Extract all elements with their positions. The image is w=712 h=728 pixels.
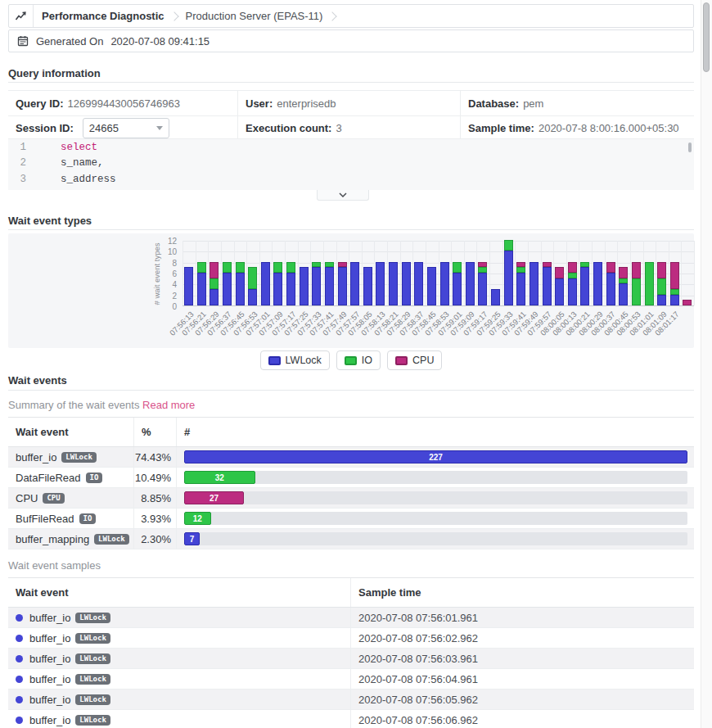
wait-event-name: CPU	[16, 492, 38, 504]
y-tick-label: 4	[172, 280, 177, 289]
bar-segment-cpu	[568, 262, 577, 273]
trend-chart-icon	[9, 5, 34, 27]
bar-segment-io	[568, 273, 577, 278]
legend-swatch-cpu	[395, 356, 408, 365]
sql-line: 3 s_address	[8, 171, 694, 188]
count-bar-value: 12	[193, 514, 202, 523]
wait-event-type-badge: IO	[79, 513, 97, 524]
bar-segment-lwlock	[440, 262, 449, 305]
bar-segment-lwlock	[210, 289, 219, 305]
gridline	[464, 241, 465, 305]
bar-segment-lwlock	[427, 267, 436, 305]
bar-segment-cpu	[657, 262, 666, 278]
gridline	[310, 241, 311, 305]
y-axis-ticks: 024681012	[163, 241, 179, 306]
gridline	[400, 241, 401, 305]
execution-count-value: 3	[336, 122, 341, 134]
bar-segment-io	[210, 278, 219, 289]
samples-header-wait-event: Wait event	[8, 578, 350, 607]
bar-segment-cpu	[683, 300, 692, 305]
stacked-bar	[273, 262, 282, 305]
bar-segment-lwlock	[402, 262, 411, 305]
read-more-link[interactable]: Read more	[142, 399, 195, 411]
sql-code-editor[interactable]: 1 select2 s_name,3 s_address4from	[8, 139, 694, 190]
performance-diagnostic-page: Performance Diagnostic Production Server…	[0, 0, 712, 728]
gridline	[349, 241, 349, 305]
bar-segment-io	[197, 262, 206, 273]
query-info-grid: Query ID: 1269994430056746963 User: ente…	[8, 90, 694, 139]
stacked-bar	[504, 240, 513, 305]
code-scrollbar-thumb[interactable]	[688, 142, 692, 152]
count-bar-track: 27	[184, 491, 687, 504]
wait-event-name: buffer_io	[29, 653, 70, 665]
sample-wait-event-cell: buffer_ioLWLock	[8, 669, 350, 689]
bar-segment-io	[504, 240, 513, 251]
sql-line-number: 4	[8, 189, 36, 190]
summary-percent-cell: 8.85%	[133, 488, 176, 508]
wait-event-type-badge: LWLock	[75, 694, 110, 705]
bar-segment-io	[645, 262, 654, 305]
bar-segment-io	[580, 262, 589, 268]
bar-segment-io	[325, 262, 334, 268]
samples-table-row: buffer_ioLWLock2020-07-08 07:56:05.962	[8, 690, 694, 710]
sample-time-cell: 2020-07-08 07:56:04.961	[350, 669, 694, 689]
stacked-bar	[645, 262, 654, 305]
wait-event-name: buffer_io	[29, 714, 70, 726]
legend-item-lwlock[interactable]: LWLock	[260, 350, 330, 370]
session-id-select[interactable]: 24665	[83, 118, 169, 138]
wait-event-name: buffer_io	[29, 612, 70, 624]
sql-code-text: s_name,	[36, 157, 104, 169]
gridline	[183, 241, 183, 305]
bar-segment-io	[273, 262, 282, 273]
count-bar-fill: 12	[184, 512, 211, 525]
breadcrumb-item-performance-diagnostic[interactable]: Performance Diagnostic	[42, 10, 164, 22]
page-scrollbar-track[interactable]	[701, 0, 712, 728]
session-id-cell: Session ID: 24665	[8, 116, 237, 140]
gridline	[439, 241, 439, 305]
summary-count-cell: 12	[176, 509, 694, 528]
legend-item-io[interactable]: IO	[336, 350, 381, 370]
stacked-bar	[555, 267, 564, 305]
sql-code-text: select	[36, 142, 97, 153]
count-bar-value: 27	[210, 494, 219, 503]
stacked-bar	[453, 262, 462, 305]
gridline	[515, 241, 516, 305]
sql-code-text: from	[36, 189, 61, 190]
y-tick-label: 6	[172, 269, 177, 278]
count-bar-value: 32	[215, 473, 224, 482]
bar-segment-io	[236, 262, 245, 273]
bar-segment-lwlock	[248, 289, 257, 305]
wait-event-type-badge: IO	[86, 473, 103, 483]
bar-segment-io	[312, 262, 321, 268]
sample-time-cell: Sample time: 2020-07-8 8:00:16.000+05:30	[460, 116, 694, 140]
page-scrollbar-thumb[interactable]	[703, 2, 710, 72]
legend-item-cpu[interactable]: CPU	[387, 350, 442, 370]
wait-event-dot-icon	[16, 696, 23, 703]
database-label: Database:	[468, 97, 519, 110]
stacked-bar	[376, 262, 385, 305]
divider	[8, 229, 694, 230]
sql-line-number: 2	[8, 157, 36, 169]
bar-segment-lwlock	[657, 295, 666, 305]
breadcrumb-item-server[interactable]: Production Server (EPAS-11)	[186, 10, 323, 22]
legend-swatch-io	[345, 356, 357, 365]
gridline	[630, 241, 631, 305]
expand-query-button[interactable]	[317, 190, 369, 201]
gridline	[502, 241, 503, 305]
gridline	[541, 241, 542, 305]
bar-segment-cpu	[606, 262, 615, 273]
y-tick-label: 12	[168, 237, 177, 246]
gridline	[476, 241, 477, 305]
wait-event-name: BufFileRead	[16, 513, 74, 525]
stacked-bar	[580, 262, 589, 305]
count-bar-fill: 27	[184, 491, 244, 504]
bar-segment-lwlock	[376, 262, 385, 305]
count-bar-value: 7	[190, 535, 195, 544]
generated-on-label: Generated On	[36, 35, 103, 47]
summary-percent-cell: 3.93%	[133, 509, 176, 528]
count-bar-track: 32	[184, 471, 687, 484]
wait-event-name: buffer_mapping	[16, 533, 89, 545]
trend-chart-icon-svg	[15, 10, 27, 22]
chevron-down-icon	[339, 192, 347, 197]
breadcrumb: Performance Diagnostic Production Server…	[8, 4, 694, 28]
